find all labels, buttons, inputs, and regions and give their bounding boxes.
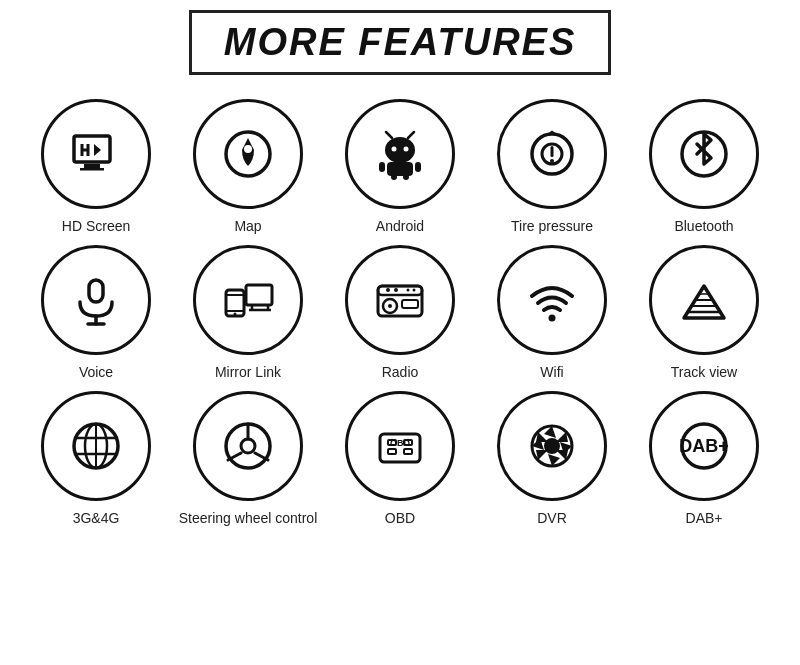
- svg-rect-26: [226, 290, 244, 316]
- svg-point-43: [549, 315, 556, 322]
- svg-rect-1: [84, 164, 100, 168]
- wifi-icon: [522, 270, 582, 330]
- dvr-icon: [522, 416, 582, 476]
- hd-screen-icon: [66, 124, 126, 184]
- bluetooth-label: Bluetooth: [674, 217, 733, 235]
- android-icon: [370, 124, 430, 184]
- svg-rect-13: [387, 162, 413, 176]
- steering-wheel-icon: [218, 416, 278, 476]
- header-banner: MORE FEATURES: [189, 10, 612, 75]
- svg-point-42: [413, 289, 416, 292]
- svg-point-37: [388, 304, 392, 308]
- svg-rect-38: [402, 300, 418, 308]
- wifi-label: Wifi: [540, 363, 563, 381]
- feature-map: Map: [172, 99, 324, 235]
- svg-point-40: [394, 288, 398, 292]
- svg-rect-57: [388, 449, 396, 454]
- steering-wheel-icon-circle: [193, 391, 303, 501]
- svg-point-9: [392, 147, 397, 152]
- features-grid: HD Screen Map: [20, 99, 780, 528]
- svg-line-11: [386, 132, 392, 138]
- 3g4g-icon-circle: [41, 391, 151, 501]
- dvr-icon-circle: [497, 391, 607, 501]
- svg-rect-58: [404, 449, 412, 454]
- obd-icon: OBD: [370, 416, 430, 476]
- feature-hd-screen: HD Screen: [20, 99, 172, 235]
- android-label: Android: [376, 217, 424, 235]
- svg-point-41: [407, 289, 410, 292]
- feature-voice: Voice: [20, 245, 172, 381]
- svg-text:DAB+: DAB+: [679, 436, 729, 456]
- voice-icon: [66, 270, 126, 330]
- svg-line-12: [408, 132, 414, 138]
- voice-label: Voice: [79, 363, 113, 381]
- mirror-link-label: Mirror Link: [215, 363, 281, 381]
- feature-radio: Radio: [324, 245, 476, 381]
- track-view-icon: [674, 270, 734, 330]
- dab-icon: DAB+: [674, 416, 734, 476]
- android-icon-circle: [345, 99, 455, 209]
- svg-point-7: [244, 145, 252, 153]
- feature-track-view: Track view: [628, 245, 780, 381]
- tire-pressure-icon: [522, 124, 582, 184]
- tire-pressure-label: Tire pressure: [511, 217, 593, 235]
- radio-icon: [370, 270, 430, 330]
- 3g4g-icon: [66, 416, 126, 476]
- map-label: Map: [234, 217, 261, 235]
- dab-label: DAB+: [686, 509, 723, 527]
- bluetooth-icon-circle: [649, 99, 759, 209]
- dvr-label: DVR: [537, 509, 567, 527]
- svg-point-10: [404, 147, 409, 152]
- map-icon: [218, 124, 278, 184]
- obd-label: OBD: [385, 509, 415, 527]
- track-view-icon-circle: [649, 245, 759, 355]
- 3g4g-label: 3G&4G: [73, 509, 120, 527]
- bluetooth-icon: [674, 124, 734, 184]
- svg-rect-23: [89, 280, 103, 302]
- svg-rect-17: [403, 174, 409, 180]
- svg-rect-20: [551, 146, 554, 157]
- radio-label: Radio: [382, 363, 419, 381]
- tire-pressure-icon-circle: [497, 99, 607, 209]
- feature-dab: DAB+ DAB+: [628, 391, 780, 527]
- feature-mirror-link: Mirror Link: [172, 245, 324, 381]
- svg-point-8: [385, 137, 415, 163]
- feature-3g4g: 3G&4G: [20, 391, 172, 527]
- dab-icon-circle: DAB+: [649, 391, 759, 501]
- mirror-link-icon-circle: [193, 245, 303, 355]
- svg-rect-16: [391, 174, 397, 180]
- svg-rect-14: [379, 162, 385, 172]
- radio-icon-circle: [345, 245, 455, 355]
- svg-rect-30: [246, 285, 272, 305]
- feature-obd: OBD OBD: [324, 391, 476, 527]
- feature-bluetooth: Bluetooth: [628, 99, 780, 235]
- svg-rect-2: [80, 168, 104, 171]
- steering-wheel-label: Steering wheel control: [179, 509, 318, 527]
- wifi-icon-circle: [497, 245, 607, 355]
- svg-point-29: [234, 313, 237, 316]
- svg-point-61: [544, 438, 560, 454]
- hd-screen-icon-circle: [41, 99, 151, 209]
- obd-icon-circle: OBD: [345, 391, 455, 501]
- feature-android: Android: [324, 99, 476, 235]
- page-title: MORE FEATURES: [224, 21, 577, 63]
- track-view-label: Track view: [671, 363, 737, 381]
- svg-rect-15: [415, 162, 421, 172]
- svg-point-21: [550, 159, 554, 163]
- feature-wifi: Wifi: [476, 245, 628, 381]
- svg-rect-0: [74, 136, 110, 162]
- feature-steering-wheel: Steering wheel control: [172, 391, 324, 527]
- map-icon-circle: [193, 99, 303, 209]
- voice-icon-circle: [41, 245, 151, 355]
- mirror-link-icon: [218, 270, 278, 330]
- feature-tire-pressure: Tire pressure: [476, 99, 628, 235]
- svg-point-39: [386, 288, 390, 292]
- hd-screen-label: HD Screen: [62, 217, 130, 235]
- feature-dvr: DVR: [476, 391, 628, 527]
- svg-text:OBD: OBD: [390, 438, 411, 448]
- svg-point-50: [241, 439, 255, 453]
